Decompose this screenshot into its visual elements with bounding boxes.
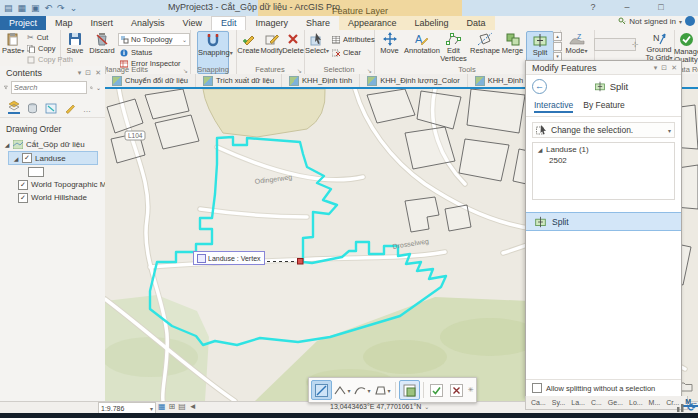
edit-vertices-button[interactable]: Edit Vertices bbox=[438, 31, 469, 63]
pane-tab-create[interactable]: C... bbox=[589, 399, 604, 406]
pane-tab-catalog[interactable]: Ca... bbox=[529, 399, 548, 406]
tab-by-feature[interactable]: By Feature bbox=[583, 100, 625, 113]
cancel-sketch-button[interactable] bbox=[447, 381, 466, 399]
line-segment-tool[interactable] bbox=[311, 380, 332, 400]
pane-tab-geoprocessing[interactable]: Ge... bbox=[606, 399, 625, 406]
close-icon[interactable]: ✕ bbox=[95, 69, 101, 77]
layer-draw-icon[interactable]: ▤ bbox=[178, 402, 186, 412]
discard-edits-button[interactable]: Discard bbox=[89, 31, 115, 55]
dialog-launcher-icon[interactable]: ↘ bbox=[183, 67, 188, 74]
view-tab-2[interactable]: KHH_Định tính bbox=[282, 74, 360, 87]
tab-share[interactable]: Share bbox=[297, 16, 339, 30]
coordinate-display[interactable]: 13,0443463°E 47,7701061°N ⌄ bbox=[330, 403, 429, 410]
dialog-launcher-icon[interactable]: ↘ bbox=[297, 67, 302, 74]
landuse-symbol-row[interactable] bbox=[0, 165, 105, 178]
search-icon[interactable] bbox=[90, 84, 93, 92]
select-button[interactable]: Select▾ bbox=[305, 31, 329, 55]
trace-tool[interactable]: ▾ bbox=[373, 381, 392, 399]
sign-in-status[interactable]: Not signed in ▾ bbox=[618, 16, 695, 26]
apply-elevation-icon[interactable]: ⊹ bbox=[632, 40, 639, 49]
polygon-symbol[interactable] bbox=[28, 167, 44, 177]
status-button[interactable]: Status bbox=[120, 48, 152, 57]
view-tab-0[interactable]: Chuyển đổi dữ liệu bbox=[105, 74, 196, 87]
right-angle-tool[interactable]: ▾ bbox=[333, 381, 352, 399]
tab-imagery[interactable]: Imagery bbox=[246, 16, 297, 30]
search-options-icon[interactable]: ⌄ bbox=[96, 84, 101, 91]
tab-edit[interactable]: Edit bbox=[211, 16, 247, 30]
delete-button[interactable]: Delete bbox=[282, 31, 304, 55]
modify-button[interactable]: Modify bbox=[260, 31, 283, 55]
pane-tab-locate[interactable]: Lo... bbox=[627, 399, 645, 406]
pane-tab-symbology[interactable]: Sy... bbox=[550, 399, 567, 406]
tab-project[interactable]: Project bbox=[0, 16, 46, 30]
selection-layer-row[interactable]: ◢ Landuse (1) bbox=[533, 143, 674, 154]
back-button[interactable]: ← bbox=[532, 79, 547, 94]
save-edits-button[interactable]: Save bbox=[63, 31, 87, 55]
more-options-icon[interactable]: … bbox=[83, 105, 91, 114]
selection-grid-icon[interactable]: ▦ bbox=[158, 402, 166, 412]
annotation-button[interactable]: A Annotation bbox=[404, 31, 437, 55]
open-icon[interactable]: ▤ bbox=[4, 1, 13, 15]
histogram-icon[interactable] bbox=[677, 403, 685, 412]
tab-interactive[interactable]: Interactive bbox=[534, 100, 573, 113]
move-button[interactable]: Move bbox=[376, 31, 403, 55]
minimize-button[interactable]: – bbox=[618, 2, 636, 12]
tab-labeling[interactable]: Labeling bbox=[406, 16, 458, 30]
tab-analysis[interactable]: Analysis bbox=[122, 16, 174, 30]
pane-tab-measure[interactable]: M... bbox=[647, 399, 663, 406]
list-by-selection-icon[interactable] bbox=[45, 103, 57, 114]
pane-menu-icon[interactable]: ▾ bbox=[78, 69, 82, 77]
tree-item-topographic[interactable]: ✓ World Topographic Map bbox=[14, 178, 105, 191]
pin-icon[interactable]: ⊡ bbox=[85, 69, 91, 77]
filter-icon[interactable] bbox=[4, 83, 8, 92]
avatar[interactable] bbox=[685, 16, 695, 26]
pane-menu-icon[interactable]: ▾ bbox=[654, 64, 658, 72]
notification-icon[interactable]: ◄ bbox=[189, 402, 197, 412]
create-button[interactable]: Create bbox=[237, 31, 260, 55]
list-by-editing-icon[interactable] bbox=[64, 103, 76, 114]
paste-button[interactable]: Paste▾ bbox=[2, 31, 24, 55]
merge-button[interactable]: Merge bbox=[500, 31, 525, 55]
sync-icon[interactable]: ⟳ bbox=[688, 402, 696, 413]
arc-tool[interactable]: ▾ bbox=[353, 381, 372, 399]
view-tab-1[interactable]: Trích xuất dữ liệu bbox=[196, 74, 282, 87]
ground-to-grid-button[interactable]: N Ground To Grid▾ bbox=[644, 31, 674, 62]
customize-qat-icon[interactable]: ⌄ bbox=[70, 1, 78, 15]
save-project-icon[interactable]: ▦ bbox=[18, 1, 27, 15]
pane-tab-labeling[interactable]: La... bbox=[569, 399, 587, 406]
topology-dropdown[interactable]: No Topology ⌄ bbox=[118, 33, 190, 46]
reshape-button[interactable]: Reshape bbox=[470, 31, 499, 55]
allow-splitting-checkbox[interactable] bbox=[532, 383, 542, 393]
change-selection-row[interactable]: Change the selection. ▾ bbox=[532, 122, 675, 138]
clear-button[interactable]: Clear bbox=[332, 48, 361, 57]
tab-data[interactable]: Data bbox=[458, 16, 495, 30]
tab-appearance[interactable]: Appearance bbox=[339, 16, 406, 30]
cut-button[interactable]: ✂Cut bbox=[27, 33, 48, 42]
maximize-button[interactable]: □ bbox=[652, 2, 670, 12]
layer-checkbox[interactable]: ✓ bbox=[18, 180, 28, 190]
view-tab-3[interactable]: KHH_Định lượng_Color bbox=[360, 74, 468, 87]
tab-insert[interactable]: Insert bbox=[82, 16, 123, 30]
elevation-value-input[interactable] bbox=[594, 38, 636, 51]
search-input[interactable] bbox=[11, 81, 87, 94]
undock-icon[interactable]: ⊡ bbox=[661, 64, 667, 72]
expand-icon[interactable]: ◢ bbox=[537, 146, 543, 153]
split-action-button[interactable]: Split bbox=[526, 212, 681, 231]
tree-item-map[interactable]: ◢ Cắt_Gộp dữ liệu bbox=[0, 138, 105, 151]
redo-icon[interactable]: ↷ bbox=[57, 1, 65, 15]
selection-feature-row[interactable]: 2502 bbox=[533, 154, 674, 165]
tree-item-landuse[interactable]: ◢ ✓ Landuse bbox=[8, 151, 98, 165]
toolbar-options-gear-icon[interactable]: ✳ bbox=[468, 386, 474, 394]
project-icon[interactable]: ▣ bbox=[31, 1, 40, 15]
tab-view[interactable]: View bbox=[174, 16, 211, 30]
elevation-mode-button[interactable]: Z Mode▾ bbox=[562, 31, 591, 55]
dialog-launcher-icon[interactable]: ↘ bbox=[367, 67, 372, 74]
pause-drawing-icon[interactable]: ⊞ bbox=[169, 402, 176, 412]
active-part-tool[interactable] bbox=[399, 380, 420, 400]
help-button[interactable]: ? bbox=[584, 2, 602, 12]
tree-item-hillshade[interactable]: ✓ World Hillshade bbox=[14, 191, 105, 204]
copy-button[interactable]: Copy bbox=[27, 44, 56, 53]
finish-sketch-button[interactable] bbox=[427, 381, 446, 399]
attributes-button[interactable]: Attributes bbox=[332, 35, 375, 44]
layer-checkbox[interactable]: ✓ bbox=[18, 193, 28, 203]
